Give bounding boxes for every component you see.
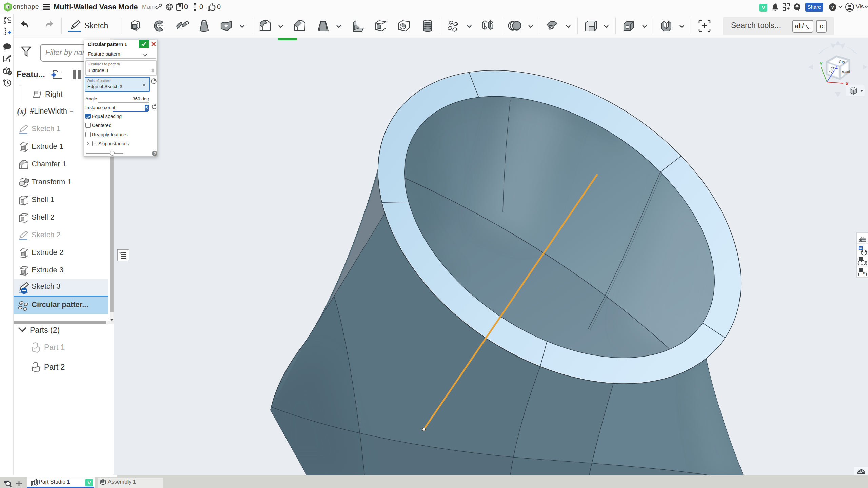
svg-text:x: x [862, 270, 865, 276]
svg-text:?: ? [831, 4, 834, 10]
svg-text:?: ? [9, 71, 11, 75]
svg-text:Z: Z [835, 65, 838, 70]
svg-text:Y: Y [820, 61, 823, 66]
